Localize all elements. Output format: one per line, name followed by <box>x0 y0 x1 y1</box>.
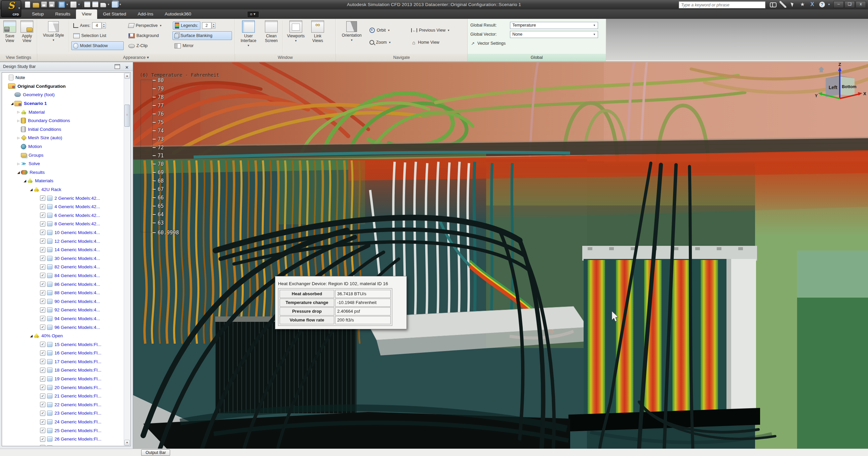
legends-value[interactable]: 2 <box>202 22 212 29</box>
tree-item[interactable]: Geometry (foot) <box>2 90 123 99</box>
tree-item[interactable]: ◢Materials <box>2 177 123 185</box>
search-icon[interactable] <box>770 1 777 8</box>
tree-item[interactable]: Motion <box>2 142 123 151</box>
tree-item[interactable]: ✓88 Generic Models:4... <box>2 288 123 297</box>
search-input[interactable] <box>679 1 766 8</box>
chevron-down-icon[interactable]: ▼ <box>107 3 110 6</box>
new-file-icon[interactable] <box>25 1 30 8</box>
collapse-icon[interactable]: ◢ <box>23 179 27 183</box>
tab-get-started[interactable]: Get Started <box>97 9 132 19</box>
tree-item[interactable]: ✓84 Generic Models:4... <box>2 271 123 280</box>
visibility-checkbox[interactable]: ✓ <box>40 307 45 313</box>
tree-item[interactable]: Original Configuration <box>2 82 123 91</box>
surface-blanking-toggle[interactable]: Surface Blanking <box>173 31 232 40</box>
tree-item[interactable]: ✓21 Generic Models:Fl... <box>2 392 123 400</box>
axes-control[interactable]: Axes: 4 ▲▼ <box>71 21 124 30</box>
visual-style-quick-icon[interactable] <box>70 1 76 8</box>
global-vector-select[interactable]: None ▼ <box>510 31 598 38</box>
clean-screen-button[interactable]: Clean Screen <box>260 20 282 53</box>
perspective-quick-icon[interactable] <box>100 3 106 7</box>
visibility-checkbox[interactable]: ✓ <box>40 368 45 373</box>
tab-autodesk360[interactable]: Autodesk360 <box>159 9 197 19</box>
float-panel-icon[interactable] <box>115 64 120 69</box>
chevron-down-icon[interactable]: ▼ <box>828 3 830 6</box>
scrollbar-thumb[interactable]: ≡ <box>124 104 130 127</box>
tree-item[interactable]: ✓22 Generic Models:Fl... <box>2 400 123 409</box>
tree-scrollbar[interactable]: ▲ ≡ ▼ <box>124 73 130 446</box>
scroll-down-icon[interactable]: ▼ <box>124 440 130 446</box>
visibility-checkbox[interactable]: ✓ <box>40 359 45 364</box>
tree-item[interactable]: ✓86 Generic Models:4... <box>2 280 123 288</box>
close-button[interactable]: x <box>856 1 866 8</box>
visibility-checkbox[interactable]: ✓ <box>40 411 45 416</box>
expand-icon[interactable]: ▷ <box>16 110 21 114</box>
visibility-checkbox[interactable]: ✓ <box>40 273 45 278</box>
mirror-button[interactable]: Mirror <box>173 41 232 50</box>
collapse-icon[interactable]: ◢ <box>29 188 34 191</box>
tree-item[interactable]: ✓17 Generic Models:Fl... <box>2 358 123 366</box>
help-icon[interactable]: ? <box>818 1 825 8</box>
view-cube[interactable]: Left Bottom Z X Y <box>813 62 867 113</box>
tree-item[interactable]: ✓82 Generic Models:4... <box>2 263 123 271</box>
visibility-checkbox[interactable]: ✓ <box>40 247 45 252</box>
visibility-checkbox[interactable]: ✓ <box>40 393 45 399</box>
tree-item[interactable]: ◢Results <box>2 168 123 177</box>
collapse-icon[interactable]: ◢ <box>16 171 21 174</box>
visibility-checkbox[interactable]: ✓ <box>40 299 45 304</box>
visibility-checkbox[interactable]: ✓ <box>40 428 45 433</box>
save-view-button[interactable]: Save View <box>1 20 18 53</box>
visibility-checkbox[interactable]: ✓ <box>40 213 45 218</box>
edit-list-quick-icon[interactable] <box>92 1 98 7</box>
tree-item[interactable]: ▷Mesh Size (auto) <box>2 133 123 142</box>
orbit-button[interactable]: Orbit ▼ <box>367 26 406 35</box>
save-icon[interactable] <box>41 1 47 7</box>
visibility-checkbox[interactable]: ✓ <box>40 255 45 261</box>
group-label-appearance[interactable]: Appearance ▾ <box>37 54 235 61</box>
tree-item[interactable]: ◢42U Rack <box>2 185 123 194</box>
chevron-down-icon[interactable]: ▼ <box>78 3 80 6</box>
application-menu-button[interactable]: S CFD ▼ <box>1 0 21 17</box>
viewports-button[interactable]: Viewports ▼ <box>284 20 308 53</box>
visibility-checkbox[interactable]: ✓ <box>40 385 45 390</box>
selection-mode-icon[interactable] <box>59 1 65 8</box>
link-views-button[interactable]: Link Views <box>308 20 328 53</box>
open-file-icon[interactable] <box>33 3 39 8</box>
visibility-checkbox[interactable]: ✓ <box>40 445 45 446</box>
scroll-up-icon[interactable]: ▲ <box>124 73 130 79</box>
close-panel-icon[interactable]: ✕ <box>125 63 129 72</box>
tree-item[interactable]: ✓96 Generic Models:4... <box>2 323 123 332</box>
tree-item[interactable]: ✓24 Generic Models:Fl... <box>2 418 123 426</box>
subscription-icon[interactable] <box>780 1 786 8</box>
visibility-checkbox[interactable]: ✓ <box>40 316 45 321</box>
visibility-checkbox[interactable]: ✓ <box>40 264 45 270</box>
visibility-checkbox[interactable]: ✓ <box>40 419 45 425</box>
tree-item[interactable]: ▷Boundary Conditions <box>2 116 123 125</box>
tree-item[interactable]: ▷Material <box>2 108 123 116</box>
tree-item[interactable]: ◢Scenario 1 <box>2 99 123 108</box>
save-as-icon[interactable] <box>49 1 55 7</box>
selection-list-button[interactable]: Selection List <box>71 31 124 40</box>
tab-results[interactable]: Results <box>50 9 76 19</box>
tree-item[interactable]: ✓19 Generic Models:Fl... <box>2 375 123 383</box>
visibility-checkbox[interactable]: ✓ <box>40 221 45 227</box>
zoom-button[interactable]: Zoom ▼ <box>367 38 406 47</box>
home-icon[interactable] <box>818 67 824 72</box>
visibility-checkbox[interactable]: ✓ <box>40 436 45 442</box>
expand-icon[interactable]: ▷ <box>16 136 21 140</box>
tree-item[interactable]: ✓27 Generic Models:Fl... <box>2 444 123 446</box>
visibility-checkbox[interactable]: ✓ <box>40 351 45 356</box>
tree-item[interactable]: ✓14 Generic Models:4... <box>2 245 123 254</box>
tree-item[interactable]: ✓15 Generic Models:Fl... <box>2 340 123 349</box>
apply-view-button[interactable]: Apply View <box>18 20 36 53</box>
visibility-checkbox[interactable]: ✓ <box>40 342 45 347</box>
tree-item[interactable]: ✓18 Generic Models:Fl... <box>2 366 123 375</box>
visibility-checkbox[interactable]: ✓ <box>40 230 45 235</box>
favorites-icon[interactable]: ★ <box>799 1 806 8</box>
chevron-down-icon[interactable]: ▼ <box>66 3 69 6</box>
background-button[interactable]: Background <box>126 31 170 40</box>
tree-item[interactable]: ✓25 Generic Models:Fl... <box>2 426 123 435</box>
restore-button[interactable]: ❏ <box>844 1 855 8</box>
tab-add-ins[interactable]: Add-Ins <box>132 9 159 19</box>
vector-settings-button[interactable]: ↗ Vector Settings <box>470 39 603 48</box>
tree-item[interactable]: ✓12 Generic Models:4... <box>2 237 123 245</box>
